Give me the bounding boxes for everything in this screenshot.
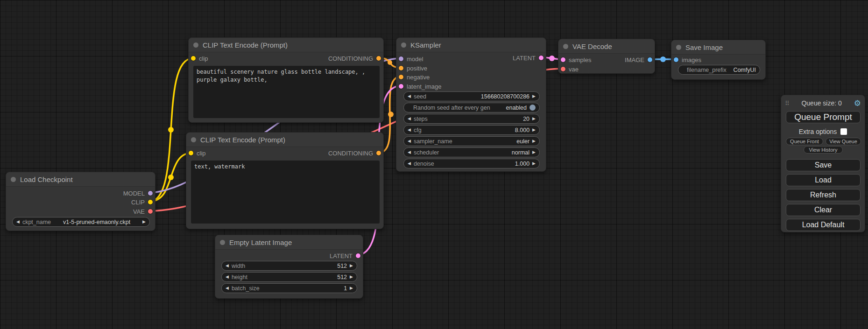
clear-button[interactable]: Clear [786,204,861,216]
node-title-bar[interactable]: CLIP Text Encode (Prompt) [189,38,383,52]
random-seed-toggle-widget[interactable]: Random seed after every gen enabled [403,103,540,112]
increment-arrow-icon[interactable]: ▶ [532,128,536,132]
view-queue-button[interactable]: View Queue [826,138,861,145]
settings-gear-icon[interactable]: ⚙ [854,99,861,107]
output-slot-dot[interactable] [539,56,543,60]
steps-widget[interactable]: ◀ steps 20 ▶ [403,114,540,124]
input-slot-negative[interactable]: negative [399,72,430,82]
view-history-button[interactable]: View History [804,146,843,154]
input-slot-latent-image[interactable]: latent_image [399,82,441,91]
batch-size-widget[interactable]: ◀ batch_size 1 ▶ [221,283,357,293]
input-slot-dot[interactable] [561,67,565,71]
refresh-button[interactable]: Refresh [786,189,861,201]
node-title-bar[interactable]: VAE Decode [558,39,655,54]
input-slot-model[interactable]: model [399,54,423,63]
seed-widget[interactable]: ◀ seed 156680208700286 ▶ [403,91,540,101]
decrement-arrow-icon[interactable]: ◀ [408,128,411,132]
increment-arrow-icon[interactable]: ▶ [532,94,536,98]
negative-prompt-textarea[interactable]: text, watermark [191,161,380,224]
increment-arrow-icon[interactable]: ▶ [350,286,353,290]
increment-arrow-icon[interactable]: ▶ [142,220,146,224]
node-graph-canvas[interactable]: Load Checkpoint MODEL CLIP VAE ◀ ckpt_na… [0,0,868,329]
increment-arrow-icon[interactable]: ▶ [532,139,536,143]
node-collapse-dot[interactable] [11,177,16,182]
positive-prompt-textarea[interactable]: beautiful scenery nature glass bottle la… [193,66,380,118]
node-vae-decode[interactable]: VAE Decode samples vae IMAGE [558,39,655,74]
node-collapse-dot[interactable] [676,45,681,50]
decrement-arrow-icon[interactable]: ◀ [16,220,20,224]
node-empty-latent-image[interactable]: Empty Latent Image LATENT ◀ width 512 ▶ … [215,235,363,299]
output-slot-image[interactable]: IMAGE [625,55,652,64]
denoise-widget[interactable]: ◀ denoise 1.000 ▶ [403,159,540,168]
queue-panel[interactable]: ⠿ Queue size: 0 ⚙ Queue Prompt Extra opt… [781,95,865,232]
increment-arrow-icon[interactable]: ▶ [532,117,536,121]
input-slot-clip[interactable]: clip [191,54,208,63]
decrement-arrow-icon[interactable]: ◀ [226,286,229,290]
output-slot-vae[interactable]: VAE [133,207,153,216]
increment-arrow-icon[interactable]: ▶ [532,161,536,166]
input-slot-clip[interactable]: clip [189,148,206,158]
node-save-image[interactable]: Save Image images filename_prefix ComfyU… [671,40,766,80]
input-slot-dot[interactable] [561,57,565,62]
input-slot-dot[interactable] [674,57,678,62]
decrement-arrow-icon[interactable]: ◀ [408,117,411,121]
scheduler-widget[interactable]: ◀ scheduler normal ▶ [403,147,540,157]
increment-arrow-icon[interactable]: ▶ [532,150,536,154]
input-slot-dot[interactable] [189,151,193,155]
node-title-bar[interactable]: CLIP Text Encode (Prompt) [186,133,383,147]
output-slot-latent[interactable]: LATENT [330,251,360,260]
filename-prefix-widget[interactable]: filename_prefix ComfyUI [678,65,760,75]
node-title-bar[interactable]: Empty Latent Image [215,235,363,250]
load-default-button[interactable]: Load Default [786,219,861,231]
node-title-bar[interactable]: Save Image [671,40,765,55]
input-slot-images[interactable]: images [674,55,701,64]
extra-options-checkbox[interactable] [840,128,847,135]
output-slot-conditioning[interactable]: CONDITIONING [328,54,381,63]
output-slot-conditioning[interactable]: CONDITIONING [328,148,381,158]
output-slot-dot[interactable] [148,200,153,204]
decrement-arrow-icon[interactable]: ◀ [408,150,411,154]
output-slot-dot[interactable] [376,151,381,155]
decrement-arrow-icon[interactable]: ◀ [408,139,411,143]
node-collapse-dot[interactable] [563,44,568,49]
input-slot-dot[interactable] [399,84,403,89]
decrement-arrow-icon[interactable]: ◀ [226,264,229,268]
node-collapse-dot[interactable] [220,240,225,245]
node-clip-text-encode-negative[interactable]: CLIP Text Encode (Prompt) clip CONDITION… [186,132,384,229]
increment-arrow-icon[interactable]: ▶ [350,264,353,268]
decrement-arrow-icon[interactable]: ◀ [408,94,411,98]
width-widget[interactable]: ◀ width 512 ▶ [221,261,357,271]
input-slot-vae[interactable]: vae [561,64,579,74]
input-slot-dot[interactable] [399,66,403,70]
output-slot-dot[interactable] [648,57,652,62]
input-slot-samples[interactable]: samples [561,55,591,64]
toggle-enabled-icon[interactable] [529,105,536,111]
decrement-arrow-icon[interactable]: ◀ [408,161,411,166]
save-button[interactable]: Save [786,159,861,171]
decrement-arrow-icon[interactable]: ◀ [226,275,229,279]
input-slot-dot[interactable] [399,56,403,61]
cfg-widget[interactable]: ◀ cfg 8.000 ▶ [403,125,540,135]
drag-handle-icon[interactable]: ⠿ [785,100,790,107]
input-slot-dot[interactable] [191,56,196,61]
height-widget[interactable]: ◀ height 512 ▶ [221,272,357,282]
node-title-bar[interactable]: Load Checkpoint [6,172,155,187]
queue-prompt-button[interactable]: Queue Prompt [786,111,861,123]
queue-front-button[interactable]: Queue Front [786,138,823,145]
output-slot-clip[interactable]: CLIP [131,197,153,207]
input-slot-dot[interactable] [399,75,403,79]
sampler-name-widget[interactable]: ◀ sampler_name euler ▶ [403,136,540,146]
input-slot-positive[interactable]: positive [399,63,427,73]
output-slot-dot[interactable] [376,56,381,61]
load-button[interactable]: Load [786,174,861,186]
increment-arrow-icon[interactable]: ▶ [350,275,353,279]
node-clip-text-encode-positive[interactable]: CLIP Text Encode (Prompt) clip CONDITION… [188,37,384,123]
ckpt-name-widget[interactable]: ◀ ckpt_name v1-5-pruned-emaonly.ckpt ▶ [12,217,150,227]
output-slot-dot[interactable] [148,191,153,196]
node-collapse-dot[interactable] [193,42,198,48]
output-slot-latent[interactable]: LATENT [513,53,543,63]
node-collapse-dot[interactable] [401,42,406,48]
output-slot-model[interactable]: MODEL [123,189,153,198]
node-ksampler[interactable]: KSampler model positive negative latent_… [396,37,546,172]
node-collapse-dot[interactable] [191,137,196,142]
